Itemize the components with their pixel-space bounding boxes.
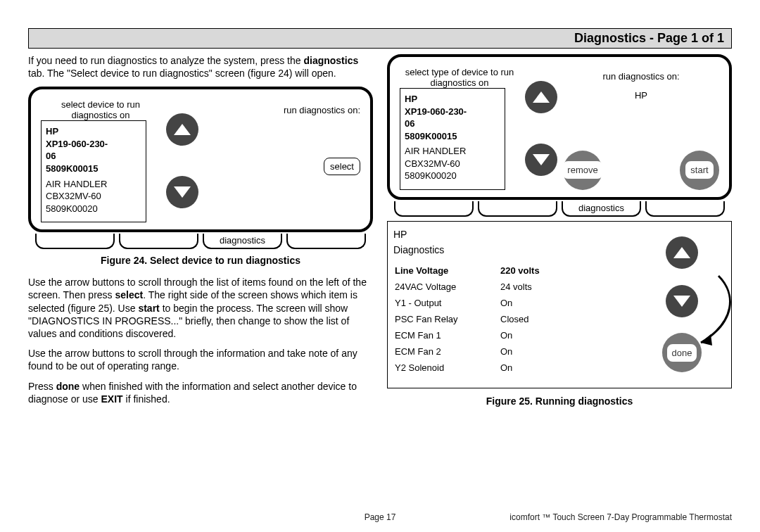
paragraph-4: Press done when finished with the inform… — [28, 380, 373, 405]
arrow-up-button[interactable] — [525, 81, 557, 113]
fig25-tabbar: diagnostics — [394, 201, 725, 217]
done-button-highlight[interactable]: done — [662, 333, 702, 372]
fig24-sel-0: HP — [46, 125, 141, 138]
diag-key: Y1 - Output — [395, 298, 500, 308]
table-row: Y1 - OutputOn — [395, 295, 626, 311]
fig25-right-heading-a: run diagnostics on: — [602, 71, 679, 82]
diag-value: On — [500, 330, 557, 341]
fig25-device-list[interactable]: HP XP19-060-230- 06 5809K00015 AIR HANDL… — [400, 88, 505, 190]
fig25-sel-0: HP — [405, 93, 500, 106]
fig25-sel-2: 06 — [405, 118, 500, 130]
tab-blank-2[interactable] — [478, 201, 557, 217]
diag-key: ECM Fan 2 — [395, 346, 500, 357]
paragraph-3: Use the arrow buttons to scroll through … — [28, 347, 373, 372]
diag-value: 24 volts — [500, 281, 557, 292]
tab-blank-1[interactable] — [35, 234, 115, 249]
fig24-oth-0: AIR HANDLER — [46, 178, 141, 191]
figure-24-caption: Figure 24. Select device to run diagnost… — [28, 255, 373, 266]
fig25-left-heading: select type of device to run diagnostics… — [400, 67, 519, 88]
tab-blank-2[interactable] — [119, 234, 198, 249]
arrow-down-button[interactable] — [666, 285, 698, 317]
arrow-up-button[interactable] — [166, 113, 198, 146]
fig25-oth-1: CBX32MV-60 — [405, 158, 500, 170]
diag-key: PSC Fan Relay — [395, 314, 500, 324]
p4-a: Press — [28, 381, 56, 392]
figure-24-screen: select device to run diagnostics on HP X… — [28, 87, 373, 232]
p4-d: EXIT — [101, 393, 123, 405]
tab-diagnostics[interactable]: diagnostics — [562, 201, 641, 217]
fig25-right-heading-b: HP — [635, 90, 647, 101]
footer-page: Page 17 — [28, 512, 732, 522]
arrow-up-button[interactable] — [666, 236, 698, 269]
arrow-down-button[interactable] — [525, 144, 557, 176]
diag-key: Line Voltage — [395, 265, 500, 276]
fig24-tabbar: diagnostics — [35, 234, 366, 249]
diag-value: 220 volts — [500, 265, 557, 276]
tab-blank-1[interactable] — [394, 201, 474, 217]
right-column: select type of device to run diagnostics… — [387, 54, 732, 417]
intro-part-c: tab. The "Select device to run diagnosti… — [28, 68, 336, 79]
page-footer: Page 17 icomfort ™ Touch Screen 7-Day Pr… — [28, 512, 732, 522]
figure-25-top-wrap: select type of device to run diagnostics… — [387, 54, 732, 215]
table-row: ECM Fan 1On — [395, 327, 626, 343]
diag-value: Closed — [500, 314, 557, 324]
table-row: ECM Fan 2On — [395, 343, 626, 360]
fig25-oth-0: AIR HANDLER — [405, 145, 500, 158]
diag-key: ECM Fan 1 — [395, 330, 500, 341]
p4-b: done — [56, 381, 80, 392]
select-button[interactable]: select — [324, 158, 360, 175]
fig24-sel-1: XP19-060-230- — [46, 138, 141, 151]
tab-diagnostics[interactable]: diagnostics — [203, 234, 282, 249]
arrow-down-button[interactable] — [166, 176, 198, 208]
figure-24-wrap: select device to run diagnostics on HP X… — [28, 87, 373, 248]
chevron-down-icon — [533, 154, 550, 165]
p2-d: start — [138, 303, 159, 314]
diag-title-a: HP — [393, 229, 627, 240]
start-button[interactable]: start — [685, 161, 713, 179]
chevron-down-icon — [174, 186, 191, 198]
p2-b: select — [115, 289, 143, 300]
table-row: PSC Fan RelayClosed — [395, 311, 626, 327]
fig24-scroll-controls — [166, 99, 198, 222]
fig24-oth-1: CBX32MV-60 — [46, 190, 141, 203]
intro-bold: diagnostics — [303, 55, 358, 66]
remove-button-highlight[interactable]: remove — [563, 151, 602, 190]
fig25-sel-1: XP19-060-230- — [405, 106, 500, 118]
fig25-scroll-controls — [525, 67, 557, 190]
tab-blank-3[interactable] — [286, 234, 366, 249]
diag-title-b: Diagnostics — [393, 244, 627, 255]
diag-key: 24VAC Voltage — [395, 281, 500, 292]
figure-25-bottom-screen: HP Diagnostics Line Voltage220 volts24VA… — [387, 221, 732, 388]
diag-value: On — [500, 362, 557, 373]
chevron-up-icon — [174, 124, 191, 135]
fig24-sel-3: 5809K00015 — [46, 163, 141, 175]
table-row: Y2 SolenoidOn — [395, 360, 626, 376]
diag-key: Y2 Solenoid — [395, 362, 500, 373]
fig24-right-heading: run diagnostics on: — [284, 105, 360, 115]
fig24-sel-2: 06 — [46, 150, 141, 163]
page-header: Diagnostics - Page 1 of 1 — [28, 28, 732, 49]
fig24-oth-2: 5809K00020 — [46, 203, 141, 215]
fig24-device-list[interactable]: HP XP19-060-230- 06 5809K00015 AIR HANDL… — [41, 120, 146, 222]
chevron-up-icon — [533, 91, 550, 103]
figure-25-top-screen: select type of device to run diagnostics… — [387, 54, 732, 200]
chevron-up-icon — [673, 247, 690, 258]
diag-value: On — [500, 298, 557, 308]
paragraph-2: Use the arrow buttons to scroll through … — [28, 276, 373, 340]
table-row: Line Voltage220 volts — [395, 262, 626, 279]
diagnostics-table: Line Voltage220 volts24VAC Voltage24 vol… — [393, 258, 627, 376]
tab-blank-3[interactable] — [645, 201, 725, 217]
done-button[interactable]: done — [667, 344, 697, 362]
remove-button[interactable]: remove — [562, 161, 602, 179]
fig24-left-heading: select device to run diagnostics on — [41, 99, 160, 120]
figure-25-caption: Figure 25. Running diagnostics — [387, 395, 732, 407]
intro-part-a: If you need to run diagnostics to analyz… — [28, 55, 303, 66]
table-row: 24VAC Voltage24 volts — [395, 279, 626, 295]
left-column: If you need to run diagnostics to analyz… — [28, 54, 373, 417]
diag-value: On — [500, 346, 557, 357]
fig25-sel-3: 5809K00015 — [405, 130, 500, 143]
p4-e: if finished. — [123, 393, 170, 405]
fig25-oth-2: 5809K00020 — [405, 170, 500, 182]
intro-paragraph: If you need to run diagnostics to analyz… — [28, 54, 373, 80]
start-button-highlight[interactable]: start — [680, 151, 719, 190]
